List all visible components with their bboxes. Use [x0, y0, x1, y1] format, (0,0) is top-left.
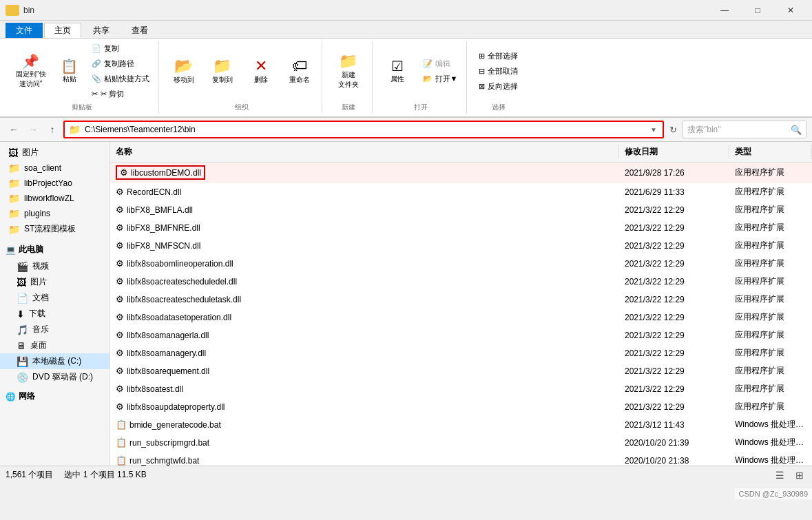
minimize-button[interactable]: — — [709, 0, 740, 21]
table-row[interactable]: ⚙libfx8soacreatescheduledel.dll2021/3/22… — [110, 273, 812, 291]
close-button[interactable]: ✕ — [775, 0, 806, 21]
sidebar-item-soa-client[interactable]: 📁 soa_client — [0, 160, 110, 176]
sidebar-item-pictures[interactable]: 🖼 图片 — [0, 145, 110, 160]
sidebar-item-music[interactable]: 🎵 音乐 — [0, 322, 110, 337]
sidebar-item-local-c[interactable]: 💾 本地磁盘 (C:) — [0, 353, 110, 369]
copy-to-label: 复制到 — [212, 75, 233, 85]
table-row[interactable]: 📋run_schmgtwfd.bat2020/10/20 21:38Window… — [110, 452, 812, 466]
paste-button[interactable]: 📋 粘贴 — [54, 51, 85, 92]
file-name-cell: ⚙libfx8soarequement.dll — [110, 364, 619, 377]
select-all-button[interactable]: ⊞ 全部选择 — [475, 49, 521, 63]
main-layout: 🖼 图片 📁 soa_client 📁 libProjectYao 📁 libw… — [0, 142, 812, 466]
sidebar-item-downloads[interactable]: ⬇ 下载 — [0, 306, 110, 322]
copy-button[interactable]: 📄 复制 — [88, 41, 153, 56]
table-row[interactable]: ⚙libfx8soatest.dll2021/3/22 12:29应用程序扩展 — [110, 380, 812, 398]
deselect-all-button[interactable]: ⊟ 全部取消 — [475, 64, 521, 79]
table-row[interactable]: ⚙libFX8_NMFSCN.dll2021/3/22 12:29应用程序扩展 — [110, 237, 812, 255]
rename-icon: 🏷 — [292, 59, 307, 74]
open-button[interactable]: 📂 打开▼ — [419, 72, 461, 86]
table-row[interactable]: ⚙libFX8_BMFLA.dll2021/3/22 12:29应用程序扩展 — [110, 201, 812, 219]
sidebar: 🖼 图片 📁 soa_client 📁 libProjectYao 📁 libw… — [0, 142, 110, 466]
grid-view-button[interactable]: ⊞ — [793, 468, 806, 482]
file-list: ⚙libcustomDEMO.dll2021/9/28 17:26应用程序扩展⚙… — [110, 163, 812, 466]
copy-to-button[interactable]: 📁 复制到 — [206, 51, 239, 92]
file-name-text: libfx8soadatasetoperation.dll — [127, 313, 231, 322]
new-folder-button[interactable]: 📁 新建文件夹 — [331, 51, 366, 92]
header-date[interactable]: 修改日期 — [619, 145, 729, 159]
file-name-text: bmide_generatecode.bat — [129, 420, 221, 430]
back-button[interactable]: ← — [6, 121, 22, 138]
invert-icon: ⊠ — [479, 82, 485, 91]
move-to-button[interactable]: 📂 移动到 — [167, 51, 200, 92]
invert-selection-button[interactable]: ⊠ 反向选择 — [475, 79, 521, 94]
sidebar-item-plugins[interactable]: 📁 plugins — [0, 206, 110, 221]
up-button[interactable]: ↑ — [44, 121, 61, 138]
pin-button[interactable]: 📌 固定到"快速访问" — [11, 52, 51, 91]
search-icon[interactable]: 🔍 — [791, 125, 802, 135]
edit-button[interactable]: 📝 编辑 — [419, 56, 461, 71]
file-name-cell: 📋run_subscripmgrd.bat — [110, 436, 619, 449]
total-items: 1,561 个项目 — [6, 469, 53, 481]
this-pc-header[interactable]: 💻 此电脑 — [0, 241, 110, 258]
tab-view[interactable]: 查看 — [121, 23, 158, 38]
file-date-cell: 2021/3/22 12:29 — [619, 240, 729, 252]
desktop-icon: 🖥 — [17, 340, 26, 351]
table-row[interactable]: ⚙libfx8soamanagerla.dll2021/3/22 12:29应用… — [110, 326, 812, 344]
file-date-cell: 2020/10/20 21:39 — [619, 437, 729, 449]
sidebar-item-libworkflowZL[interactable]: 📁 libworkflowZL — [0, 191, 110, 206]
cut-button[interactable]: ✂ ✂ 剪切 — [88, 87, 153, 101]
table-row[interactable]: ⚙libfx8soadatasetoperation.dll2021/3/22 … — [110, 309, 812, 326]
pin-icon: 📌 — [22, 54, 39, 68]
file-name-cell: ⚙libfx8soacreatescheduledel.dll — [110, 275, 619, 288]
file-list-area: 名称 修改日期 类型 ⚙libcustomDEMO.dll2021/9/28 1… — [110, 142, 812, 466]
search-bar[interactable]: 搜索"bin" 🔍 — [683, 121, 806, 138]
table-row[interactable]: ⚙libfx8soacreatescheduletask.dll2021/3/2… — [110, 291, 812, 309]
address-dropdown-icon[interactable]: ▼ — [649, 125, 658, 135]
file-name-text: run_schmgtwfd.bat — [129, 456, 199, 466]
file-icon: ⚙ — [116, 330, 124, 340]
tab-share[interactable]: 共享 — [83, 23, 120, 38]
tab-file[interactable]: 文件 — [6, 23, 43, 38]
table-row[interactable]: 📋run_subscripmgrd.bat2020/10/20 21:39Win… — [110, 434, 812, 452]
sidebar-item-videos[interactable]: 🎬 视频 — [0, 258, 110, 274]
paste-shortcut-button[interactable]: 📎 粘贴快捷方式 — [88, 72, 153, 86]
delete-button[interactable]: ✕ 删除 — [244, 51, 278, 92]
tab-home[interactable]: 主页 — [44, 23, 81, 38]
copy-to-icon: 📁 — [213, 59, 231, 74]
address-bar[interactable]: 📁 C:\Siemens\Teamcenter12\bin ▼ — [63, 121, 664, 138]
sidebar-item-libProjectYao[interactable]: 📁 libProjectYao — [0, 176, 110, 191]
sidebar-item-desktop[interactable]: 🖥 桌面 — [0, 337, 110, 353]
clipboard-label: 剪贴板 — [11, 101, 153, 114]
sidebar-item-dvd-d[interactable]: 💿 DVD 驱动器 (D:) — [0, 369, 110, 385]
sidebar-item-pictures2[interactable]: 🖼 图片 — [0, 274, 110, 290]
table-row[interactable]: ⚙libfx8soarequement.dll2021/3/22 12:29应用… — [110, 362, 812, 380]
folder-icon-lwf: 📁 — [8, 193, 20, 204]
table-row[interactable]: ⚙RecordECN.dll2021/6/29 11:33应用程序扩展 — [110, 183, 812, 201]
file-type-cell: 应用程序扩展 — [729, 185, 812, 199]
table-row[interactable]: ⚙libfx8soabomlineoperation.dll2021/3/22 … — [110, 255, 812, 273]
table-row[interactable]: ⚙libfx8soamanagery.dll2021/3/22 12:29应用程… — [110, 344, 812, 362]
file-name-text: libFX8_NMFSCN.dll — [127, 241, 200, 251]
sidebar-item-docs[interactable]: 📄 文档 — [0, 290, 110, 306]
forward-button[interactable]: → — [25, 121, 41, 138]
table-row[interactable]: ⚙libcustomDEMO.dll2021/9/28 17:26应用程序扩展 — [110, 163, 812, 183]
refresh-button[interactable]: ↻ — [667, 123, 680, 136]
header-type[interactable]: 类型 — [729, 145, 812, 159]
open-label: 打开 — [381, 101, 461, 114]
properties-button[interactable]: ☑ 属性 — [381, 51, 414, 92]
header-name[interactable]: 名称 — [110, 145, 619, 159]
table-row[interactable]: ⚙libfx8soaupdateproperty.dll2021/3/22 12… — [110, 398, 812, 416]
table-row[interactable]: ⚙libFX8_BMFNRE.dll2021/3/22 12:29应用程序扩展 — [110, 219, 812, 237]
file-icon: ⚙ — [116, 312, 124, 322]
network-header[interactable]: 🌐 网络 — [0, 388, 110, 405]
file-icon: ⚙ — [116, 187, 124, 197]
list-view-button[interactable]: ☰ — [773, 468, 787, 482]
table-row[interactable]: 📋bmide_generatecode.bat2021/3/12 11:43Wi… — [110, 416, 812, 434]
folder-icon-soa: 📁 — [8, 163, 20, 174]
sidebar-item-st-flow[interactable]: 📁 ST流程图模板 — [0, 221, 110, 237]
rename-button[interactable]: 🏷 重命名 — [283, 51, 316, 92]
maximize-button[interactable]: □ — [742, 0, 773, 21]
copy-path-button[interactable]: 🔗 复制路径 — [88, 56, 153, 71]
file-type-cell: 应用程序扩展 — [729, 399, 812, 414]
clipboard-content: 📌 固定到"快速访问" 📋 粘贴 📄 复制 🔗 复制路径 📎 — [11, 41, 153, 101]
